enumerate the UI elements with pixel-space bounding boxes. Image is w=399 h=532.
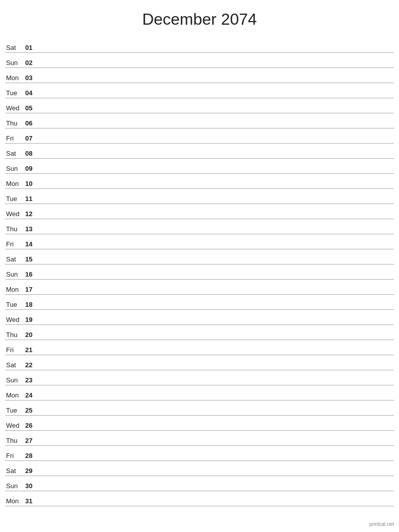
- calendar-row: Sun02: [5, 53, 394, 68]
- calendar-row: Tue11: [5, 189, 394, 204]
- day-name: Thu: [5, 331, 25, 339]
- day-number: 12: [25, 210, 40, 218]
- calendar-row: Thu13: [5, 219, 394, 234]
- day-line: [40, 202, 394, 203]
- day-name: Sat: [5, 44, 25, 51]
- day-line: [40, 353, 394, 354]
- day-line: [40, 414, 394, 414]
- calendar-row: Fri07: [5, 128, 394, 144]
- day-number: 14: [25, 240, 40, 248]
- day-name: Fri: [5, 346, 25, 354]
- day-line: [40, 444, 394, 444]
- calendar-row: Fri28: [5, 446, 394, 461]
- day-line: [40, 247, 394, 248]
- day-number: 15: [25, 255, 40, 263]
- day-name: Tue: [5, 195, 25, 203]
- day-line: [40, 293, 394, 293]
- day-line: [40, 142, 394, 142]
- day-name: Mon: [5, 286, 25, 293]
- day-line: [40, 51, 394, 51]
- day-name: Sun: [5, 59, 25, 66]
- day-line: [40, 383, 394, 384]
- day-name: Mon: [5, 391, 25, 399]
- day-name: Mon: [5, 180, 25, 187]
- day-line: [40, 429, 394, 429]
- day-name: Fri: [5, 452, 25, 459]
- day-number: 20: [25, 331, 40, 339]
- day-number: 23: [25, 376, 40, 384]
- day-line: [40, 278, 394, 278]
- watermark: printcal.net: [369, 521, 394, 527]
- day-name: Sat: [5, 467, 25, 475]
- day-line: [40, 126, 394, 127]
- day-number: 22: [25, 361, 40, 369]
- calendar-row: Sat22: [5, 355, 394, 370]
- day-line: [40, 398, 394, 399]
- calendar-row: Sun30: [5, 476, 394, 491]
- day-number: 17: [25, 286, 40, 293]
- day-name: Tue: [5, 407, 25, 414]
- calendar-row: Fri21: [5, 340, 394, 355]
- day-number: 03: [25, 74, 40, 82]
- day-name: Wed: [5, 104, 25, 112]
- day-number: 18: [25, 301, 40, 308]
- day-number: 28: [25, 452, 40, 459]
- day-number: 26: [25, 422, 40, 429]
- calendar-row: Sat15: [5, 249, 394, 264]
- calendar-row: Tue04: [5, 83, 394, 98]
- calendar-row: Wed19: [5, 310, 394, 325]
- day-name: Sun: [5, 271, 25, 278]
- calendar-row: Sun09: [5, 159, 394, 174]
- calendar-list: Sat01Sun02Mon03Tue04Wed05Thu06Fri07Sat08…: [5, 38, 394, 506]
- day-name: Tue: [5, 89, 25, 97]
- day-line: [40, 111, 394, 112]
- day-number: 09: [25, 165, 40, 172]
- day-line: [40, 66, 394, 66]
- day-line: [40, 81, 394, 82]
- day-line: [40, 217, 394, 218]
- day-name: Sat: [5, 361, 25, 369]
- calendar-row: Sat29: [5, 461, 394, 476]
- day-number: 27: [25, 437, 40, 444]
- calendar-row: Mon03: [5, 68, 394, 83]
- calendar-row: Wed12: [5, 204, 394, 219]
- day-name: Fri: [5, 135, 25, 142]
- calendar-row: Mon24: [5, 385, 394, 401]
- day-name: Mon: [5, 497, 25, 505]
- day-line: [40, 474, 394, 475]
- day-number: 25: [25, 407, 40, 414]
- calendar-row: Thu20: [5, 325, 394, 340]
- day-name: Sun: [5, 376, 25, 384]
- day-number: 21: [25, 346, 40, 354]
- day-line: [40, 323, 394, 323]
- day-name: Thu: [5, 119, 25, 127]
- day-number: 01: [25, 44, 40, 51]
- day-number: 10: [25, 180, 40, 187]
- calendar-row: Fri14: [5, 234, 394, 249]
- day-line: [40, 232, 394, 233]
- day-name: Wed: [5, 210, 25, 218]
- day-name: Sat: [5, 150, 25, 157]
- day-name: Thu: [5, 437, 25, 444]
- day-number: 07: [25, 135, 40, 142]
- day-name: Tue: [5, 301, 25, 308]
- day-line: [40, 308, 394, 308]
- day-name: Mon: [5, 74, 25, 82]
- day-number: 06: [25, 119, 40, 127]
- day-line: [40, 459, 394, 459]
- day-line: [40, 489, 394, 490]
- day-number: 02: [25, 59, 40, 66]
- calendar-row: Sat08: [5, 144, 394, 159]
- calendar-row: Thu27: [5, 431, 394, 446]
- calendar-row: Sun23: [5, 370, 394, 385]
- day-number: 30: [25, 482, 40, 490]
- calendar-row: Tue18: [5, 295, 394, 310]
- day-name: Fri: [5, 240, 25, 248]
- day-line: [40, 187, 394, 187]
- day-number: 16: [25, 271, 40, 278]
- calendar-row: Tue25: [5, 401, 394, 416]
- calendar-row: Wed26: [5, 416, 394, 431]
- calendar-row: Wed05: [5, 98, 394, 113]
- day-number: 04: [25, 89, 40, 97]
- calendar-row: Sun16: [5, 264, 394, 280]
